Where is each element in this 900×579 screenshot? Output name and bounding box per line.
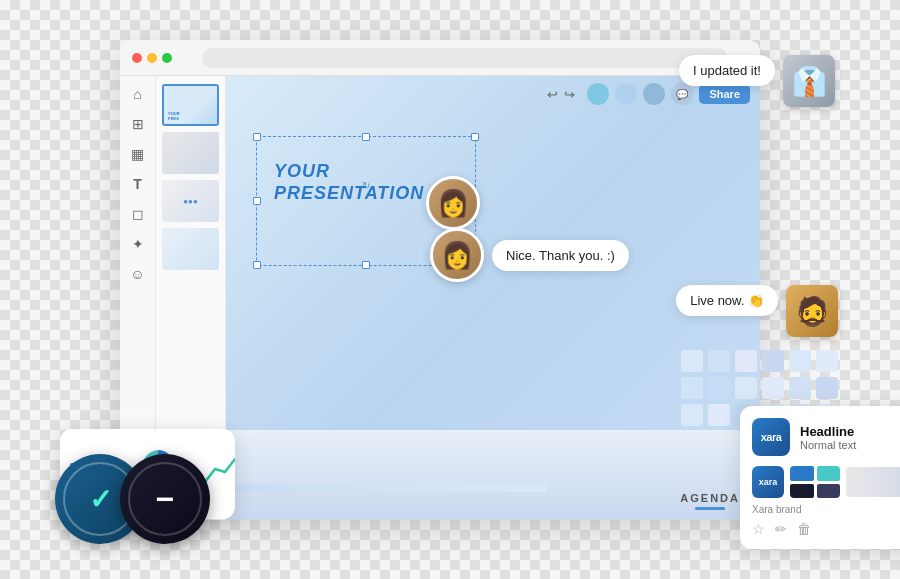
- close-dot[interactable]: [132, 53, 142, 63]
- brand-actions: ☆ ✏ 🗑: [752, 521, 900, 537]
- handle-bottom-left[interactable]: [253, 261, 261, 269]
- swatch-1[interactable]: [790, 466, 814, 481]
- minus-icon: −: [156, 483, 175, 515]
- delete-icon[interactable]: 🗑: [797, 521, 811, 537]
- redo-button[interactable]: ↪: [564, 87, 575, 102]
- handle-top-mid[interactable]: [362, 133, 370, 141]
- swatch-3[interactable]: [790, 484, 814, 499]
- xara-logo-small: xara: [752, 466, 784, 498]
- brand-name-label: Xara brand: [752, 504, 900, 515]
- chat-avatar-2: 🧔: [786, 285, 838, 337]
- participant-avatar-woman: 👩: [426, 176, 480, 230]
- slide-stripe: [226, 484, 546, 492]
- image-icon[interactable]: ▦: [128, 144, 148, 164]
- chat-bubble-2: Nice. Thank you. :): [492, 240, 629, 271]
- minimize-dot[interactable]: [147, 53, 157, 63]
- title-line2: PRESENTATION: [274, 183, 424, 205]
- window-controls: [132, 53, 172, 63]
- chat-bubble-3: Live now. 👏: [676, 285, 778, 316]
- home-icon[interactable]: ⌂: [128, 84, 148, 104]
- swatch-4[interactable]: [817, 484, 841, 499]
- minus-widget: −: [120, 454, 210, 544]
- layers-icon[interactable]: ⊞: [128, 114, 148, 134]
- handle-top-right[interactable]: [471, 133, 479, 141]
- slide-thumb-1[interactable]: YOURPRES: [162, 84, 219, 126]
- undo-button[interactable]: ↩: [547, 87, 558, 102]
- handle-bottom-mid[interactable]: [362, 261, 370, 269]
- slide-thumb-4[interactable]: [162, 228, 219, 270]
- chat-row-1: I updated it! 👔: [679, 55, 835, 107]
- brand-colors: xara: [752, 466, 900, 498]
- effects-icon[interactable]: ✦: [128, 234, 148, 254]
- chat-avatar-1: 👔: [783, 55, 835, 107]
- brand-headline: Headline: [800, 424, 900, 439]
- agenda-area: AGENDA: [680, 492, 740, 510]
- chat-avatar-woman: 👩: [430, 228, 484, 282]
- handle-mid-left[interactable]: [253, 197, 261, 205]
- agenda-underline: [695, 507, 725, 510]
- star-icon[interactable]: ☆: [752, 521, 765, 537]
- browser-chrome: [120, 40, 760, 76]
- title-line1: YOUR: [274, 161, 424, 183]
- presentation-title[interactable]: YOUR PRESENTATION: [274, 161, 424, 204]
- address-bar[interactable]: [202, 48, 728, 68]
- chat-row-2: 👩 Nice. Thank you. :): [430, 228, 629, 282]
- xara-logo: xara: [752, 418, 790, 456]
- text-icon[interactable]: T: [128, 174, 148, 194]
- brand-top-row: xara Headline Normal text: [752, 418, 900, 456]
- user-avatar-3: [643, 83, 665, 105]
- swatch-2[interactable]: [817, 466, 841, 481]
- user-avatar-1: [587, 83, 609, 105]
- minus-circle: −: [120, 454, 210, 544]
- slide-thumb-3[interactable]: ●●●: [162, 180, 219, 222]
- shapes-icon[interactable]: ◻: [128, 204, 148, 224]
- brand-panel: xara Headline Normal text xara Xara bran…: [740, 406, 900, 549]
- brand-normal: Normal text: [800, 439, 900, 451]
- edit-icon[interactable]: ✏: [775, 521, 787, 537]
- maximize-dot[interactable]: [162, 53, 172, 63]
- brand-text: Headline Normal text: [800, 424, 900, 451]
- chat-bubble-1: I updated it!: [679, 55, 775, 86]
- agenda-label: AGENDA: [680, 492, 740, 504]
- slide-thumb-2[interactable]: [162, 132, 219, 174]
- chat-row-3: Live now. 👏 🧔: [676, 285, 838, 337]
- color-swatches: [790, 466, 840, 498]
- handle-top-left[interactable]: [253, 133, 261, 141]
- bottom-slide: AGENDA: [226, 430, 760, 520]
- thumb-text-1: YOURPRES: [168, 112, 180, 121]
- smiley-icon[interactable]: ☺: [128, 264, 148, 284]
- user-avatar-2: [615, 83, 637, 105]
- checkmark-icon: ✓: [89, 483, 112, 516]
